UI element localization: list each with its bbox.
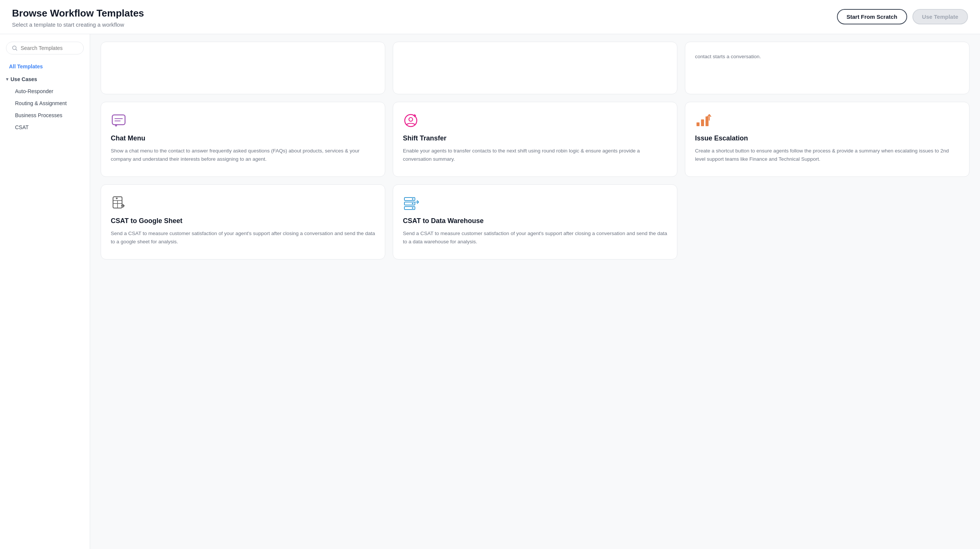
card-title-shift-transfer: Shift Transfer <box>403 134 667 142</box>
template-card-empty-3[interactable]: contact starts a conversation. <box>685 42 969 94</box>
search-box[interactable] <box>6 42 84 54</box>
svg-point-20 <box>412 203 414 204</box>
sidebar: All Templates ▾ Use Cases Auto-Responder… <box>0 34 90 549</box>
main-content: All Templates ▾ Use Cases Auto-Responder… <box>0 34 980 549</box>
template-card-empty-1[interactable] <box>101 42 385 94</box>
card-icon-issue-escalation <box>695 113 959 129</box>
card-title-csat-google: CSAT to Google Sheet <box>111 217 375 225</box>
card-desc-partial: contact starts a conversation. <box>695 53 959 61</box>
card-desc-shift-transfer: Enable your agents to transfer contacts … <box>403 147 667 163</box>
templates-area: contact starts a conversation. Chat Menu <box>90 34 980 549</box>
card-desc-csat-google: Send a CSAT to measure customer satisfac… <box>111 229 375 246</box>
use-cases-label: Use Cases <box>11 76 37 82</box>
search-input[interactable] <box>21 45 78 51</box>
card-title-csat-dw: CSAT to Data Warehouse <box>403 217 667 225</box>
template-card-csat-google[interactable]: CSAT to Google Sheet Send a CSAT to meas… <box>101 185 385 259</box>
csat-dw-icon <box>403 195 421 211</box>
template-card-empty-2[interactable] <box>393 42 677 94</box>
svg-point-6 <box>409 118 413 121</box>
use-template-button[interactable]: Use Template <box>912 9 968 24</box>
sidebar-item-auto-responder[interactable]: Auto-Responder <box>12 86 84 97</box>
header-actions: Start From Scratch Use Template <box>837 9 968 24</box>
svg-rect-7 <box>697 123 700 126</box>
svg-point-0 <box>13 46 16 49</box>
card-icon-csat-google <box>111 195 375 211</box>
app-container: Browse Workflow Templates Select a templ… <box>0 0 980 549</box>
template-card-csat-dw[interactable]: CSAT to Data Warehouse Send a CSAT to me… <box>393 185 677 259</box>
csat-google-icon <box>111 195 127 211</box>
nav-items: Auto-Responder Routing & Assignment Busi… <box>6 86 84 132</box>
card-icon-csat-dw <box>403 195 667 211</box>
header: Browse Workflow Templates Select a templ… <box>0 0 980 34</box>
page-title: Browse Workflow Templates <box>12 8 144 19</box>
templates-grid: contact starts a conversation. Chat Menu <box>101 42 969 259</box>
issue-escalation-icon <box>695 113 713 129</box>
sidebar-all-templates[interactable]: All Templates <box>6 62 84 71</box>
svg-rect-2 <box>112 115 125 125</box>
template-card-chat-menu[interactable]: Chat Menu Show a chat menu to the contac… <box>101 102 385 177</box>
sidebar-item-business-processes[interactable]: Business Processes <box>12 110 84 121</box>
shift-transfer-icon <box>403 113 418 129</box>
card-icon-shift-transfer <box>403 113 667 129</box>
svg-line-1 <box>16 49 17 51</box>
svg-rect-9 <box>706 116 708 126</box>
sidebar-item-csat[interactable]: CSAT <box>12 122 84 132</box>
svg-point-15 <box>116 198 118 199</box>
sidebar-item-routing-assignment[interactable]: Routing & Assignment <box>12 98 84 108</box>
card-desc-issue-escalation: Create a shortcut button to ensure agent… <box>695 147 959 163</box>
card-desc-chat-menu: Show a chat menu to the contact to answe… <box>111 147 375 163</box>
svg-point-19 <box>412 198 414 200</box>
template-card-shift-transfer[interactable]: Shift Transfer Enable your agents to tra… <box>393 102 677 177</box>
chat-menu-icon <box>111 113 127 129</box>
svg-rect-8 <box>701 119 704 126</box>
template-card-issue-escalation[interactable]: Issue Escalation Create a shortcut butto… <box>685 102 969 177</box>
use-cases-header[interactable]: ▾ Use Cases <box>6 76 84 82</box>
card-title-issue-escalation: Issue Escalation <box>695 134 959 142</box>
card-desc-csat-dw: Send a CSAT to measure customer satisfac… <box>403 229 667 246</box>
start-from-scratch-button[interactable]: Start From Scratch <box>837 9 907 24</box>
card-title-chat-menu: Chat Menu <box>111 134 375 142</box>
svg-point-21 <box>412 207 414 209</box>
card-icon-chat-menu <box>111 113 375 129</box>
chevron-down-icon: ▾ <box>6 76 8 82</box>
header-left: Browse Workflow Templates Select a templ… <box>12 8 144 28</box>
page-subtitle: Select a template to start creating a wo… <box>12 21 144 28</box>
search-icon <box>12 45 18 51</box>
